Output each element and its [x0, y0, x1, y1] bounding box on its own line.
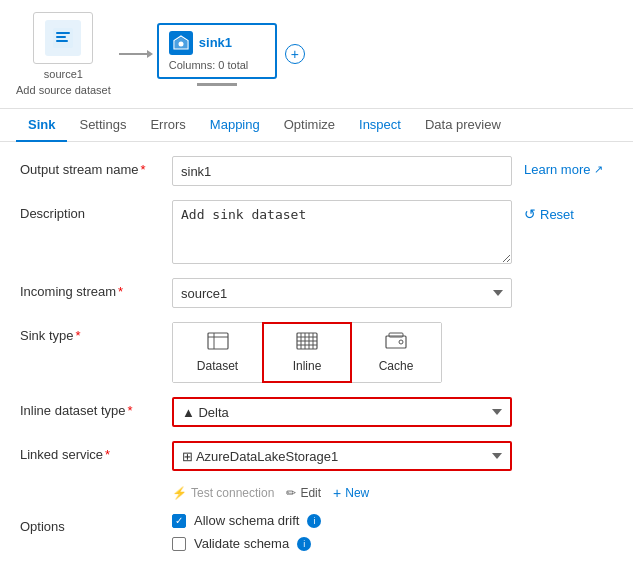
sink-type-row: Sink type* Dataset — [20, 322, 613, 383]
allow-schema-drift-row: ✓ Allow schema drift i — [172, 513, 321, 528]
allow-schema-drift-info-icon[interactable]: i — [307, 514, 321, 528]
sink-icon — [169, 31, 193, 55]
inline-dataset-type-row: Inline dataset type* ▲ Delta — [20, 397, 613, 427]
sink-node-name: sink1 — [199, 35, 232, 50]
arrow — [119, 53, 149, 55]
sink-node-header: sink1 — [169, 31, 265, 55]
sink-type-group: Dataset Inline — [172, 322, 442, 383]
validate-schema-info-icon[interactable]: i — [297, 537, 311, 551]
incoming-stream-label: Incoming stream* — [20, 278, 160, 299]
cache-label: Cache — [379, 359, 414, 373]
sink-type-label: Sink type* — [20, 322, 160, 343]
pipeline-diagram: source1 Add source dataset sink1 Columns… — [0, 0, 633, 109]
source-label: Add source dataset — [16, 84, 111, 96]
sink-node[interactable]: sink1 Columns: 0 total — [157, 23, 277, 86]
edit-icon: ✏ — [286, 486, 296, 500]
sink-type-dataset-btn[interactable]: Dataset — [173, 323, 263, 382]
reset-button[interactable]: ↺ Reset — [524, 200, 574, 222]
output-stream-label: Output stream name* — [20, 156, 160, 177]
inline-dataset-type-select[interactable]: ▲ Delta — [172, 397, 512, 427]
test-connection-icon: ⚡ — [172, 486, 187, 500]
sink-type-cache-btn[interactable]: Cache — [351, 323, 441, 382]
new-link[interactable]: + New — [333, 485, 369, 501]
output-stream-row: Output stream name* Learn more ↗ — [20, 156, 613, 186]
allow-schema-drift-label: Allow schema drift — [194, 513, 299, 528]
options-content: ✓ Allow schema drift i Validate schema i — [172, 513, 321, 559]
sink-bottom-bar — [197, 83, 237, 86]
dataset-icon — [207, 332, 229, 355]
dataset-label: Dataset — [197, 359, 238, 373]
svg-rect-5 — [208, 333, 228, 349]
tab-optimize[interactable]: Optimize — [272, 109, 347, 142]
linked-service-label: Linked service* — [20, 441, 160, 462]
add-node-button[interactable]: + — [285, 44, 305, 64]
description-input[interactable]: Add sink dataset — [172, 200, 512, 264]
source-icon — [45, 20, 81, 56]
svg-rect-1 — [56, 32, 70, 34]
edit-link[interactable]: ✏ Edit — [286, 486, 321, 500]
new-plus-icon: + — [333, 485, 341, 501]
tab-errors[interactable]: Errors — [138, 109, 197, 142]
svg-rect-2 — [56, 36, 66, 38]
validate-schema-label: Validate schema — [194, 536, 289, 551]
tab-sink[interactable]: Sink — [16, 109, 67, 142]
linked-service-select[interactable]: ⊞ AzureDataLakeStorage1 — [172, 441, 512, 471]
learn-more-link[interactable]: Learn more ↗ — [524, 156, 603, 177]
svg-point-4 — [178, 41, 183, 46]
tabs-bar: Sink Settings Errors Mapping Optimize In… — [0, 109, 633, 142]
options-label: Options — [20, 513, 160, 534]
incoming-stream-select[interactable]: source1 — [172, 278, 512, 308]
tab-data-preview[interactable]: Data preview — [413, 109, 513, 142]
tab-settings[interactable]: Settings — [67, 109, 138, 142]
options-row: Options ✓ Allow schema drift i Validate … — [20, 513, 613, 559]
description-row: Description Add sink dataset ↺ Reset — [20, 200, 613, 264]
reset-icon: ↺ — [524, 206, 536, 222]
arrow-line — [119, 53, 149, 55]
sink-node-info: Columns: 0 total — [169, 59, 265, 71]
sink-node-box: sink1 Columns: 0 total — [157, 23, 277, 79]
sink-type-inline-btn[interactable]: Inline — [262, 322, 352, 383]
cache-icon — [385, 332, 407, 355]
tab-inspect[interactable]: Inspect — [347, 109, 413, 142]
description-label: Description — [20, 200, 160, 221]
validate-schema-checkbox[interactable] — [172, 537, 186, 551]
output-stream-input[interactable] — [172, 156, 512, 186]
source-node-box — [33, 12, 93, 64]
action-row: ⚡ Test connection ✏ Edit + New — [172, 485, 613, 501]
external-link-icon: ↗ — [594, 163, 603, 176]
inline-dataset-type-label: Inline dataset type* — [20, 397, 160, 418]
allow-schema-drift-checkbox[interactable]: ✓ — [172, 514, 186, 528]
tab-mapping[interactable]: Mapping — [198, 109, 272, 142]
source-node[interactable]: source1 Add source dataset — [16, 12, 111, 96]
form-area: Output stream name* Learn more ↗ Descrip… — [0, 142, 633, 569]
linked-service-row: Linked service* ⊞ AzureDataLakeStorage1 — [20, 441, 613, 471]
source-name: source1 — [44, 68, 83, 80]
validate-schema-row: Validate schema i — [172, 536, 321, 551]
inline-label: Inline — [293, 359, 322, 373]
inline-icon — [296, 332, 318, 355]
svg-rect-3 — [56, 40, 68, 42]
svg-point-18 — [399, 340, 403, 344]
incoming-stream-row: Incoming stream* source1 — [20, 278, 613, 308]
test-connection-link[interactable]: ⚡ Test connection — [172, 486, 274, 500]
